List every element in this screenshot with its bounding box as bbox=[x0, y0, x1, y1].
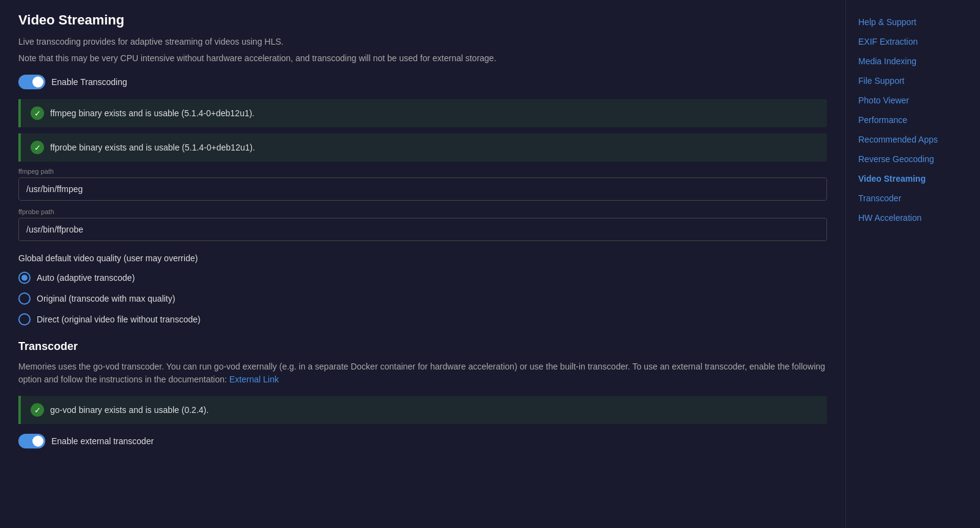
page-title: Video Streaming bbox=[18, 12, 827, 28]
external-link[interactable]: External Link bbox=[229, 374, 279, 384]
radio-direct-label: Direct (original video file without tran… bbox=[37, 314, 201, 324]
sidebar-item-transcoder[interactable]: Transcoder bbox=[846, 188, 980, 208]
ffprobe-check-icon: ✓ bbox=[31, 141, 44, 154]
radio-auto-outer bbox=[18, 272, 31, 284]
ffprobe-path-label: ffprobe path bbox=[18, 208, 827, 215]
radio-auto-label: Auto (adaptive transcode) bbox=[37, 273, 135, 283]
enable-transcoding-label: Enable Transcoding bbox=[51, 77, 127, 87]
ffmpeg-path-group: ffmpeg path bbox=[18, 168, 827, 201]
main-content: Video Streaming Live transcoding provide… bbox=[0, 0, 845, 528]
radio-original[interactable]: Original (transcode with max quality) bbox=[18, 292, 827, 305]
radio-original-outer bbox=[18, 292, 31, 305]
sidebar-item-help-support[interactable]: Help & Support bbox=[846, 12, 980, 32]
transcoder-description: Memories uses the go-vod transcoder. You… bbox=[18, 360, 827, 386]
enable-external-label: Enable external transcoder bbox=[51, 436, 154, 446]
govod-status-bar: ✓ go-vod binary exists and is usable (0.… bbox=[18, 396, 827, 424]
video-quality-label: Global default video quality (user may o… bbox=[18, 253, 827, 263]
sidebar-item-exif-extraction[interactable]: EXIF Extraction bbox=[846, 32, 980, 51]
sidebar-item-file-support[interactable]: File Support bbox=[846, 71, 980, 91]
sidebar-item-video-streaming[interactable]: Video Streaming bbox=[846, 169, 980, 188]
ffmpeg-status-text: ffmpeg binary exists and is usable (5.1.… bbox=[50, 108, 254, 118]
description-line2: Note that this may be very CPU intensive… bbox=[18, 52, 827, 65]
radio-auto[interactable]: Auto (adaptive transcode) bbox=[18, 272, 827, 284]
ffprobe-status-bar: ✓ ffprobe binary exists and is usable (5… bbox=[18, 133, 827, 162]
ffprobe-status-text: ffprobe binary exists and is usable (5.1… bbox=[50, 143, 255, 152]
ffmpeg-path-label: ffmpeg path bbox=[18, 168, 827, 175]
ffprobe-path-group: ffprobe path bbox=[18, 208, 827, 241]
radio-direct-outer bbox=[18, 313, 31, 325]
sidebar-item-reverse-geocoding[interactable]: Reverse Geocoding bbox=[846, 149, 980, 169]
sidebar-item-recommended-apps[interactable]: Recommended Apps bbox=[846, 130, 980, 149]
enable-external-toggle[interactable] bbox=[18, 434, 45, 448]
ffmpeg-check-icon: ✓ bbox=[31, 106, 44, 120]
govod-status-text: go-vod binary exists and is usable (0.2.… bbox=[50, 405, 209, 415]
sidebar-item-media-indexing[interactable]: Media Indexing bbox=[846, 51, 980, 71]
enable-transcoding-row: Enable Transcoding bbox=[18, 75, 827, 89]
sidebar: Help & Support EXIF Extraction Media Ind… bbox=[845, 0, 980, 528]
description-line1: Live transcoding provides for adaptive s… bbox=[18, 35, 827, 48]
govod-check-icon: ✓ bbox=[31, 403, 44, 417]
enable-external-row: Enable external transcoder bbox=[18, 434, 827, 448]
radio-auto-inner bbox=[21, 275, 28, 281]
enable-transcoding-toggle[interactable] bbox=[18, 75, 45, 89]
video-quality-group: Global default video quality (user may o… bbox=[18, 253, 827, 325]
radio-original-label: Original (transcode with max quality) bbox=[37, 294, 175, 303]
ffmpeg-path-input[interactable] bbox=[18, 177, 827, 201]
sidebar-item-performance[interactable]: Performance bbox=[846, 110, 980, 130]
sidebar-item-photo-viewer[interactable]: Photo Viewer bbox=[846, 91, 980, 110]
ffmpeg-status-bar: ✓ ffmpeg binary exists and is usable (5.… bbox=[18, 99, 827, 127]
radio-direct[interactable]: Direct (original video file without tran… bbox=[18, 313, 827, 325]
transcoder-section-title: Transcoder bbox=[18, 340, 827, 353]
ffprobe-path-input[interactable] bbox=[18, 218, 827, 241]
sidebar-item-hw-acceleration[interactable]: HW Acceleration bbox=[846, 208, 980, 228]
